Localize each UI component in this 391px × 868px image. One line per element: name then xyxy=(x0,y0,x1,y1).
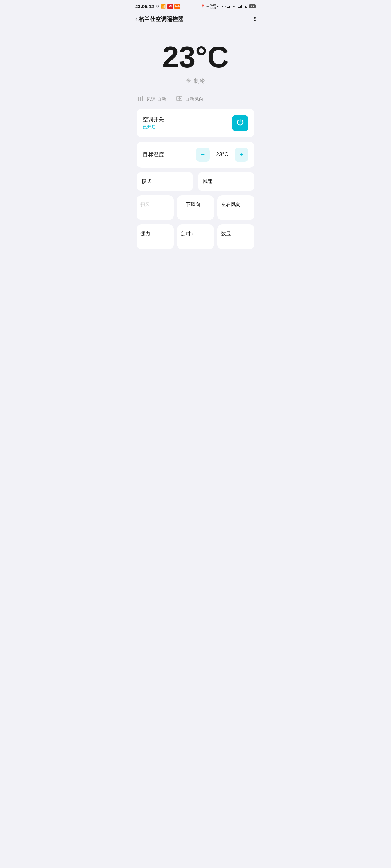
sweep-card[interactable]: 扫风 xyxy=(137,195,174,220)
wind-speed-card-label: 风速 xyxy=(203,178,250,185)
snowflake-icon: ✳ xyxy=(186,77,192,85)
temperature-value: 23°C xyxy=(137,42,254,72)
mode-indicator: ✳ 制冷 xyxy=(137,77,254,85)
network-unit: KB/s xyxy=(210,6,216,10)
temp-control-card: 目标温度 − 23°C + xyxy=(137,142,254,168)
signal-phone-icon: 📶 xyxy=(161,4,166,9)
status-icons-left: ↺ 📶 图 头条 xyxy=(156,4,180,9)
sweep-card-label: 扫风 xyxy=(140,202,150,208)
timer-card[interactable]: 定时 › xyxy=(177,224,214,249)
timer-chevron-icon: › xyxy=(192,232,193,236)
wind-speed-icon xyxy=(138,96,144,103)
plus-icon: + xyxy=(240,151,244,159)
signal-bars-2 xyxy=(238,5,242,8)
temp-control-right: − 23°C + xyxy=(196,148,248,161)
page-title: 格兰仕空调遥控器 xyxy=(139,16,184,23)
wind-direction-label: 自动风向 xyxy=(185,96,203,102)
mode-label: 制冷 xyxy=(194,77,205,85)
wind-direction-info[interactable]: 自动风向 xyxy=(176,96,203,103)
nav-bar: ‹ 格兰仕空调遥控器 xyxy=(130,12,261,27)
svg-rect-2 xyxy=(141,96,143,101)
app-icon-red: 图 xyxy=(167,4,173,9)
left-right-card-label: 左右风向 xyxy=(221,202,241,208)
battery-icon: 27 xyxy=(249,4,256,8)
temp-unit: °C xyxy=(196,40,229,73)
mode-wind-grid: 模式 风速 xyxy=(137,172,254,191)
mode-card[interactable]: 模式 xyxy=(137,172,193,191)
app-icon-toutiao: 头条 xyxy=(174,4,180,9)
powerful-card[interactable]: 强力 xyxy=(137,224,174,249)
bottom-grid: 强力 定时 › 数显 xyxy=(137,224,254,249)
5g-label: 5G xyxy=(233,5,236,8)
power-label: 空调开关 xyxy=(143,116,164,123)
up-down-card[interactable]: 上下风向 xyxy=(177,195,214,220)
signal-bars-1 xyxy=(227,5,231,8)
location-icon: 📍 xyxy=(200,4,205,9)
display-card-label: 数显 xyxy=(221,230,231,237)
wind-speed-label: 风速 自动 xyxy=(146,96,166,102)
wind-speed-info[interactable]: 风速 自动 xyxy=(138,96,166,103)
status-bar: 23:05:12 ↺ 📶 图 头条 📍 ≡ 0.10 KB/s 5G HD 5G xyxy=(130,0,261,12)
status-time: 23:05:12 xyxy=(135,4,154,9)
temp-current-value: 23°C xyxy=(214,151,230,158)
back-arrow-icon: ‹ xyxy=(135,16,137,23)
temp-decrease-button[interactable]: − xyxy=(196,148,210,161)
temp-control-label: 目标温度 xyxy=(143,151,164,158)
more-dot-1 xyxy=(254,17,256,19)
power-card: 空调开关 已开启 xyxy=(137,109,254,137)
network-speed: 0.10 xyxy=(211,3,216,6)
network-icon: ≡ xyxy=(206,4,209,9)
more-button[interactable] xyxy=(254,17,256,21)
sweep-direction-grid: 扫风 上下风向 左右风向 xyxy=(137,195,254,220)
wifi-icon: ▲ xyxy=(244,4,248,9)
wind-direction-icon xyxy=(176,96,183,103)
more-dot-2 xyxy=(254,20,256,21)
powerful-card-label: 强力 xyxy=(140,230,150,237)
left-right-card[interactable]: 左右风向 xyxy=(217,195,254,220)
wind-speed-card[interactable]: 风速 xyxy=(198,172,254,191)
power-info: 空调开关 已开启 xyxy=(143,116,164,130)
timer-card-label: 定时 › xyxy=(180,230,193,237)
status-right-group: 📍 ≡ 0.10 KB/s 5G HD 5G ▲ 27 xyxy=(200,3,256,10)
back-button[interactable]: ‹ 格兰仕空调遥控器 xyxy=(135,16,184,23)
display-card[interactable]: 数显 xyxy=(217,224,254,249)
5g-hd-label: 5G HD xyxy=(217,5,226,8)
svg-rect-1 xyxy=(140,97,141,101)
minus-icon: − xyxy=(201,151,205,159)
power-icon xyxy=(236,118,244,128)
temp-increase-button[interactable]: + xyxy=(234,148,248,161)
main-content: 23°C ✳ 制冷 风速 自动 xyxy=(130,27,261,255)
mode-card-label: 模式 xyxy=(141,178,188,185)
up-down-card-label: 上下风向 xyxy=(180,202,200,208)
temp-number: 23 xyxy=(162,40,196,73)
temperature-display: 23°C ✳ 制冷 xyxy=(137,33,254,91)
rotate-icon: ↺ xyxy=(156,4,159,9)
wind-info-bar: 风速 自动 自动风向 xyxy=(137,91,254,109)
power-status: 已开启 xyxy=(143,124,164,130)
power-button[interactable] xyxy=(232,115,248,131)
svg-rect-0 xyxy=(138,97,139,101)
